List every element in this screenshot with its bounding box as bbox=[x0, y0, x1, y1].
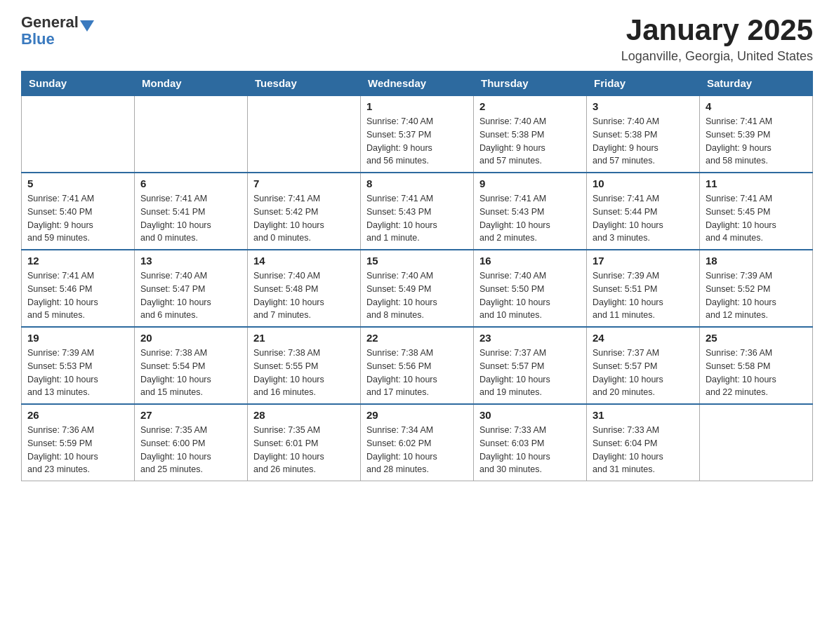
calendar-cell: 27Sunrise: 7:35 AMSunset: 6:00 PMDayligh… bbox=[135, 404, 248, 481]
day-number: 2 bbox=[479, 100, 581, 112]
page-title: January 2025 bbox=[621, 14, 813, 46]
day-number: 1 bbox=[366, 100, 468, 112]
day-number: 16 bbox=[479, 255, 581, 267]
calendar-cell: 1Sunrise: 7:40 AMSunset: 5:37 PMDaylight… bbox=[361, 95, 474, 173]
day-number: 25 bbox=[706, 332, 807, 344]
calendar-cell: 14Sunrise: 7:40 AMSunset: 5:48 PMDayligh… bbox=[248, 250, 361, 327]
day-info: Sunrise: 7:37 AMSunset: 5:57 PMDaylight:… bbox=[479, 347, 581, 399]
day-number: 15 bbox=[366, 255, 468, 267]
day-number: 6 bbox=[140, 177, 241, 189]
day-number: 7 bbox=[253, 177, 355, 189]
day-number: 5 bbox=[27, 177, 128, 189]
day-number: 4 bbox=[706, 100, 807, 112]
day-info: Sunrise: 7:41 AMSunset: 5:39 PMDaylight:… bbox=[706, 115, 807, 168]
day-info: Sunrise: 7:41 AMSunset: 5:43 PMDaylight:… bbox=[479, 192, 581, 245]
calendar-week-row: 5Sunrise: 7:41 AMSunset: 5:40 PMDaylight… bbox=[22, 173, 813, 250]
calendar-cell: 10Sunrise: 7:41 AMSunset: 5:44 PMDayligh… bbox=[587, 173, 700, 250]
day-info: Sunrise: 7:41 AMSunset: 5:41 PMDaylight:… bbox=[140, 192, 241, 245]
calendar-cell: 26Sunrise: 7:36 AMSunset: 5:59 PMDayligh… bbox=[22, 404, 135, 481]
calendar-cell: 19Sunrise: 7:39 AMSunset: 5:53 PMDayligh… bbox=[22, 327, 135, 404]
calendar-body: 1Sunrise: 7:40 AMSunset: 5:37 PMDaylight… bbox=[22, 95, 813, 481]
title-block: January 2025 Loganville, Georgia, United… bbox=[621, 14, 813, 64]
calendar-cell: 31Sunrise: 7:33 AMSunset: 6:04 PMDayligh… bbox=[587, 404, 700, 481]
day-info: Sunrise: 7:38 AMSunset: 5:55 PMDaylight:… bbox=[253, 347, 355, 399]
calendar-cell bbox=[248, 95, 361, 173]
day-info: Sunrise: 7:41 AMSunset: 5:45 PMDaylight:… bbox=[706, 192, 807, 245]
day-info: Sunrise: 7:35 AMSunset: 6:00 PMDaylight:… bbox=[140, 424, 241, 476]
page-header: General Blue January 2025 Loganville, Ge… bbox=[21, 14, 813, 64]
day-number: 9 bbox=[479, 177, 581, 189]
calendar-cell: 29Sunrise: 7:34 AMSunset: 6:02 PMDayligh… bbox=[361, 404, 474, 481]
day-number: 27 bbox=[140, 409, 241, 421]
day-info: Sunrise: 7:33 AMSunset: 6:03 PMDaylight:… bbox=[479, 424, 581, 476]
calendar-header-cell: Tuesday bbox=[248, 72, 361, 96]
calendar-cell: 18Sunrise: 7:39 AMSunset: 5:52 PMDayligh… bbox=[700, 250, 813, 327]
calendar-cell: 30Sunrise: 7:33 AMSunset: 6:03 PMDayligh… bbox=[474, 404, 587, 481]
day-number: 17 bbox=[593, 255, 694, 267]
day-number: 12 bbox=[27, 255, 128, 267]
day-number: 28 bbox=[253, 409, 355, 421]
day-info: Sunrise: 7:37 AMSunset: 5:57 PMDaylight:… bbox=[593, 347, 694, 399]
day-info: Sunrise: 7:39 AMSunset: 5:52 PMDaylight:… bbox=[706, 269, 807, 322]
day-info: Sunrise: 7:40 AMSunset: 5:48 PMDaylight:… bbox=[253, 269, 355, 322]
day-info: Sunrise: 7:41 AMSunset: 5:42 PMDaylight:… bbox=[253, 192, 355, 245]
day-info: Sunrise: 7:40 AMSunset: 5:47 PMDaylight:… bbox=[140, 269, 241, 322]
calendar-cell: 21Sunrise: 7:38 AMSunset: 5:55 PMDayligh… bbox=[248, 327, 361, 404]
calendar-header-cell: Saturday bbox=[700, 72, 813, 96]
day-number: 31 bbox=[593, 409, 694, 421]
day-number: 23 bbox=[479, 332, 581, 344]
calendar-table: SundayMondayTuesdayWednesdayThursdayFrid… bbox=[21, 71, 813, 481]
day-info: Sunrise: 7:39 AMSunset: 5:51 PMDaylight:… bbox=[593, 269, 694, 322]
calendar-cell: 17Sunrise: 7:39 AMSunset: 5:51 PMDayligh… bbox=[587, 250, 700, 327]
calendar-cell: 12Sunrise: 7:41 AMSunset: 5:46 PMDayligh… bbox=[22, 250, 135, 327]
day-info: Sunrise: 7:38 AMSunset: 5:56 PMDaylight:… bbox=[366, 347, 468, 399]
calendar-header: SundayMondayTuesdayWednesdayThursdayFrid… bbox=[22, 72, 813, 96]
day-info: Sunrise: 7:33 AMSunset: 6:04 PMDaylight:… bbox=[593, 424, 694, 476]
calendar-cell bbox=[135, 95, 248, 173]
day-info: Sunrise: 7:41 AMSunset: 5:44 PMDaylight:… bbox=[593, 192, 694, 245]
day-number: 14 bbox=[253, 255, 355, 267]
calendar-cell: 5Sunrise: 7:41 AMSunset: 5:40 PMDaylight… bbox=[22, 173, 135, 250]
day-info: Sunrise: 7:40 AMSunset: 5:38 PMDaylight:… bbox=[479, 115, 581, 168]
day-info: Sunrise: 7:41 AMSunset: 5:43 PMDaylight:… bbox=[366, 192, 468, 245]
calendar-cell bbox=[700, 404, 813, 481]
calendar-cell: 2Sunrise: 7:40 AMSunset: 5:38 PMDaylight… bbox=[474, 95, 587, 173]
calendar-cell: 7Sunrise: 7:41 AMSunset: 5:42 PMDaylight… bbox=[248, 173, 361, 250]
calendar-cell: 23Sunrise: 7:37 AMSunset: 5:57 PMDayligh… bbox=[474, 327, 587, 404]
day-number: 3 bbox=[593, 100, 694, 112]
calendar-cell: 11Sunrise: 7:41 AMSunset: 5:45 PMDayligh… bbox=[700, 173, 813, 250]
calendar-cell: 22Sunrise: 7:38 AMSunset: 5:56 PMDayligh… bbox=[361, 327, 474, 404]
calendar-cell: 9Sunrise: 7:41 AMSunset: 5:43 PMDaylight… bbox=[474, 173, 587, 250]
calendar-header-cell: Thursday bbox=[474, 72, 587, 96]
day-info: Sunrise: 7:40 AMSunset: 5:50 PMDaylight:… bbox=[479, 269, 581, 322]
logo-blue-text: Blue bbox=[21, 30, 55, 48]
day-info: Sunrise: 7:36 AMSunset: 5:59 PMDaylight:… bbox=[27, 424, 128, 476]
day-number: 19 bbox=[27, 332, 128, 344]
calendar-header-row: SundayMondayTuesdayWednesdayThursdayFrid… bbox=[22, 72, 813, 96]
logo-general-text: General bbox=[21, 14, 79, 31]
calendar-cell: 4Sunrise: 7:41 AMSunset: 5:39 PMDaylight… bbox=[700, 95, 813, 173]
day-info: Sunrise: 7:41 AMSunset: 5:40 PMDaylight:… bbox=[27, 192, 128, 245]
calendar-cell: 8Sunrise: 7:41 AMSunset: 5:43 PMDaylight… bbox=[361, 173, 474, 250]
day-number: 11 bbox=[706, 177, 807, 189]
calendar-header-cell: Monday bbox=[135, 72, 248, 96]
day-number: 30 bbox=[479, 409, 581, 421]
calendar-week-row: 26Sunrise: 7:36 AMSunset: 5:59 PMDayligh… bbox=[22, 404, 813, 481]
day-info: Sunrise: 7:38 AMSunset: 5:54 PMDaylight:… bbox=[140, 347, 241, 399]
day-number: 24 bbox=[593, 332, 694, 344]
day-number: 13 bbox=[140, 255, 241, 267]
day-info: Sunrise: 7:34 AMSunset: 6:02 PMDaylight:… bbox=[366, 424, 468, 476]
day-number: 8 bbox=[366, 177, 468, 189]
calendar-cell: 15Sunrise: 7:40 AMSunset: 5:49 PMDayligh… bbox=[361, 250, 474, 327]
calendar-cell: 3Sunrise: 7:40 AMSunset: 5:38 PMDaylight… bbox=[587, 95, 700, 173]
day-number: 20 bbox=[140, 332, 241, 344]
logo: General Blue bbox=[21, 14, 94, 48]
day-info: Sunrise: 7:41 AMSunset: 5:46 PMDaylight:… bbox=[27, 269, 128, 322]
day-number: 26 bbox=[27, 409, 128, 421]
calendar-week-row: 19Sunrise: 7:39 AMSunset: 5:53 PMDayligh… bbox=[22, 327, 813, 404]
calendar-cell: 16Sunrise: 7:40 AMSunset: 5:50 PMDayligh… bbox=[474, 250, 587, 327]
calendar-cell: 6Sunrise: 7:41 AMSunset: 5:41 PMDaylight… bbox=[135, 173, 248, 250]
day-number: 21 bbox=[253, 332, 355, 344]
day-info: Sunrise: 7:40 AMSunset: 5:38 PMDaylight:… bbox=[593, 115, 694, 168]
day-number: 22 bbox=[366, 332, 468, 344]
